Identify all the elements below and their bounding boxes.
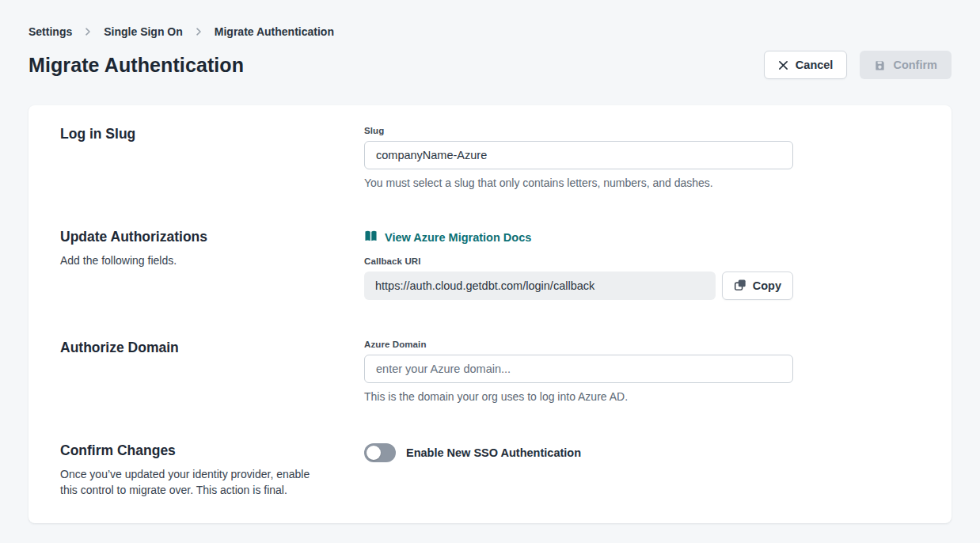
- section-update-authorizations: Update Authorizations Add the following …: [60, 229, 920, 300]
- callback-uri-value[interactable]: https://auth.cloud.getdbt.com/login/call…: [364, 272, 716, 300]
- breadcrumb: Settings Single Sign On Migrate Authenti…: [28, 0, 952, 38]
- copy-button-label: Copy: [753, 279, 781, 292]
- authorize-domain-heading: Authorize Domain: [60, 340, 364, 356]
- chevron-right-icon: [83, 27, 93, 36]
- open-book-icon: [364, 230, 378, 245]
- azure-migration-docs-link-label: View Azure Migration Docs: [385, 231, 531, 244]
- page-header: Migrate Authentication Cancel Confirm: [28, 51, 952, 79]
- confirm-changes-description: Once you’ve updated your identity provid…: [60, 466, 329, 499]
- save-icon: [874, 59, 886, 71]
- section-authorize-domain: Authorize Domain Azure Domain This is th…: [60, 340, 920, 403]
- settings-card: Log in Slug Slug You must select a slug …: [28, 105, 952, 523]
- azure-migration-docs-link[interactable]: View Azure Migration Docs: [364, 230, 531, 245]
- section-login-slug: Log in Slug Slug You must select a slug …: [60, 126, 920, 189]
- cancel-button[interactable]: Cancel: [764, 51, 848, 79]
- copy-icon: [734, 279, 746, 294]
- slug-helper-text: You must select a slug that only contain…: [364, 177, 793, 189]
- callback-uri-label: Callback URI: [364, 256, 793, 266]
- update-authorizations-heading: Update Authorizations: [60, 229, 364, 245]
- close-icon: [778, 60, 788, 70]
- breadcrumb-item-settings[interactable]: Settings: [28, 25, 72, 38]
- breadcrumb-item-current: Migrate Authentication: [215, 25, 334, 38]
- cancel-button-label: Cancel: [796, 59, 834, 71]
- slug-input[interactable]: [364, 141, 793, 169]
- azure-domain-helper-text: This is the domain your org uses to log …: [364, 390, 793, 403]
- page: Settings Single Sign On Migrate Authenti…: [0, 0, 980, 523]
- confirm-changes-heading: Confirm Changes: [60, 442, 364, 459]
- azure-domain-input[interactable]: [364, 355, 793, 383]
- section-confirm-changes: Confirm Changes Once you’ve updated your…: [60, 442, 920, 499]
- update-authorizations-description: Add the following fields.: [60, 253, 364, 268]
- login-slug-heading: Log in Slug: [60, 126, 364, 142]
- chevron-right-icon: [194, 27, 203, 36]
- enable-sso-toggle[interactable]: [364, 443, 396, 462]
- copy-button[interactable]: Copy: [722, 272, 793, 300]
- enable-sso-toggle-label: Enable New SSO Authentication: [406, 446, 581, 459]
- breadcrumb-item-single-sign-on[interactable]: Single Sign On: [104, 25, 183, 38]
- slug-label: Slug: [364, 126, 793, 135]
- page-title: Migrate Authentication: [28, 54, 244, 77]
- confirm-button[interactable]: Confirm: [860, 51, 952, 79]
- header-actions: Cancel Confirm: [764, 51, 952, 79]
- toggle-knob: [367, 446, 381, 460]
- azure-domain-label: Azure Domain: [364, 340, 793, 349]
- confirm-button-label: Confirm: [893, 59, 937, 71]
